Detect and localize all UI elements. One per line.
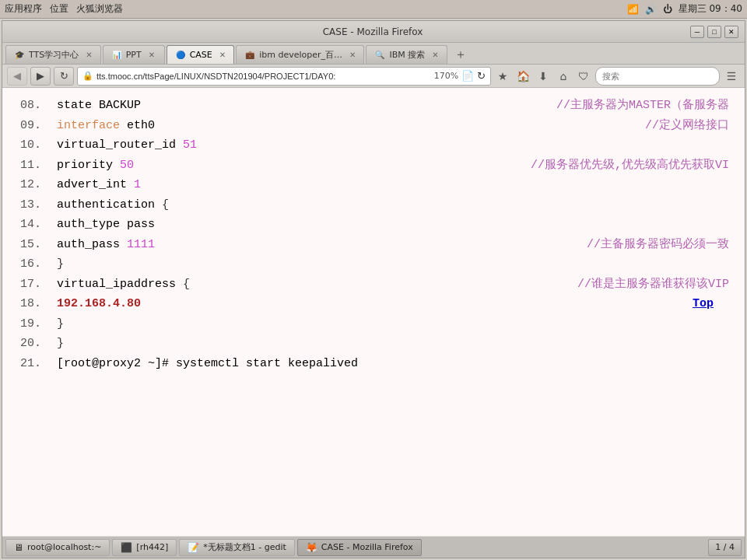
bookmark-icon: 📄 [461, 70, 474, 82]
code-19-text: } [57, 314, 729, 334]
code-line-15: 15. auth_pass 1111 //主备服务器密码必须一致 [18, 235, 729, 255]
os-menu-browser[interactable]: 火狐浏览器 [76, 2, 123, 16]
line-num-09: 09. [18, 116, 57, 136]
browser-window: CASE - Mozilla Firefox ─ □ ✕ 🎓 TTS学习中心 ✕… [2, 20, 745, 558]
tab-ppt-close[interactable]: ✕ [149, 51, 155, 59]
tab-ppt[interactable]: 📊 PPT ✕ [103, 45, 165, 64]
line-15-content: auth_pass 1111 //主备服务器密码必须一致 [57, 235, 729, 255]
gedit-icon: 📝 [188, 542, 199, 553]
tab-case-close[interactable]: ✕ [219, 51, 226, 59]
num-1111: 1111 [127, 238, 155, 251]
url-bar[interactable]: 🔒 170% 📄 ↻ [77, 67, 491, 86]
os-menu-apps[interactable]: 应用程序 [5, 2, 42, 16]
code-line-10: 10. virtual_router_id 51 [18, 135, 729, 156]
taskbar: 🖥 root@localhost:~ ⬛ [rh442] 📝 *无标题文档1 -… [2, 536, 745, 558]
tab-ibm-dev[interactable]: 💼 ibm developer_百… ✕ [236, 45, 364, 64]
line-19-content: } [57, 314, 729, 334]
tab-case[interactable]: 🔵 CASE ✕ [167, 45, 235, 64]
tab-ibm-dev-close[interactable]: ✕ [349, 51, 356, 59]
tab-tts-close[interactable]: ✕ [86, 51, 92, 59]
code-08-text: state BACKUP [57, 96, 525, 116]
line-num-14: 14. [18, 215, 57, 235]
content-area[interactable]: 08. state BACKUP //主服务器为MASTER（备服务器 09. … [2, 88, 745, 536]
taskbar-rh442[interactable]: ⬛ [rh442] [112, 539, 177, 556]
os-power-icon: ⏻ [663, 4, 672, 15]
tab-ibm-search-label: IBM 搜索 [389, 49, 425, 61]
browser-title: CASE - Mozilla Firefox [55, 26, 690, 37]
rh442-icon: ⬛ [121, 542, 132, 553]
code-10-text: virtual_router_id 51 [57, 135, 729, 156]
shield-icon[interactable]: 🛡 [575, 68, 592, 85]
taskbar-gedit[interactable]: 📝 *无标题文档1 - gedit [179, 539, 295, 556]
comment-17: //谁是主服务器谁获得该VIP [577, 275, 729, 295]
keyword-interface: interface [57, 119, 120, 132]
tab-ibm-dev-favicon: 💼 [244, 50, 255, 61]
back-button[interactable]: ◀ [7, 67, 27, 86]
tab-ppt-label: PPT [126, 50, 142, 60]
line-num-13: 13. [18, 195, 57, 215]
top-link[interactable]: Top [693, 297, 714, 310]
menu-icon[interactable]: ☰ [723, 68, 740, 85]
minimize-button[interactable]: ─ [690, 26, 704, 38]
line-num-21: 21. [18, 354, 57, 374]
home-icon[interactable]: ⌂ [555, 68, 572, 85]
tab-ibm-dev-label: ibm developer_百… [259, 49, 342, 61]
search-input[interactable] [602, 72, 713, 81]
os-topbar-right: 📶 🔊 ⏻ 星期三 09：40 [627, 2, 742, 16]
code-line-19: 19. } [18, 314, 729, 334]
code-line-09: 09. interface eth0 //定义网络接口 [18, 116, 729, 136]
code-line-11: 11. priority 50 //服务器优先级,优先级高优先获取VI [18, 156, 729, 176]
code-line-18: 18. 192.168.4.80 Top [18, 294, 729, 314]
tab-tts-label: TTS学习中心 [29, 49, 79, 61]
bookmark-star-icon[interactable]: ★ [494, 68, 511, 85]
browser-titlebar-controls: ─ □ ✕ [690, 26, 738, 38]
num-51: 51 [183, 138, 197, 152]
code-11-text: priority 50 [57, 156, 500, 176]
line-18-content: 192.168.4.80 Top [57, 294, 729, 314]
line-num-15: 15. [18, 235, 57, 255]
os-menu-places[interactable]: 位置 [50, 2, 68, 16]
maximize-button[interactable]: □ [707, 26, 721, 38]
line-num-20: 20. [18, 334, 57, 354]
reload-small-icon[interactable]: ↻ [477, 70, 486, 82]
tab-tts[interactable]: 🎓 TTS学习中心 ✕ [5, 45, 101, 64]
line-16-content: } [57, 254, 729, 275]
download-icon[interactable]: ⬇ [535, 68, 552, 85]
toolbar: ◀ ▶ ↻ 🔒 170% 📄 ↻ ★ 🏠 ⬇ ⌂ 🛡 ☰ [2, 65, 745, 88]
tab-ppt-favicon: 📊 [111, 50, 122, 61]
home-protect-icon[interactable]: 🏠 [514, 68, 531, 85]
search-bar[interactable] [595, 67, 720, 86]
reload-button[interactable]: ↻ [54, 67, 74, 86]
line-21-content: [root@proxy2 ~]# systemctl start keepali… [57, 354, 729, 374]
page-counter: 1 / 4 [708, 539, 742, 556]
forward-button[interactable]: ▶ [30, 67, 51, 86]
line-num-19: 19. [18, 314, 57, 334]
brace-open-17: { [183, 278, 190, 291]
line-20-content: } [57, 334, 729, 354]
line-num-17: 17. [18, 275, 57, 295]
new-tab-button[interactable]: ＋ [452, 47, 469, 62]
line-num-10: 10. [18, 135, 57, 156]
taskbar-rh442-label: [rh442] [136, 542, 168, 552]
code-line-08: 08. state BACKUP //主服务器为MASTER（备服务器 [18, 96, 729, 116]
comment-11: //服务器优先级,优先级高优先获取VI [531, 156, 729, 176]
taskbar-firefox[interactable]: 🦊 CASE - Mozilla Firefox [297, 539, 422, 556]
tab-ibm-search-close[interactable]: ✕ [432, 51, 438, 59]
line-09-content: interface eth0 //定义网络接口 [57, 116, 729, 136]
code-16-text: } [57, 254, 729, 275]
comment-08: //主服务器为MASTER（备服务器 [556, 96, 729, 116]
line-08-content: state BACKUP //主服务器为MASTER（备服务器 [57, 96, 729, 116]
url-input[interactable] [96, 72, 431, 81]
comment-15: //主备服务器密码必须一致 [587, 235, 729, 255]
tab-case-label: CASE [190, 50, 212, 60]
comment-09: //定义网络接口 [645, 116, 729, 136]
close-button[interactable]: ✕ [724, 26, 738, 38]
os-network-icon: 📶 [627, 4, 639, 15]
code-line-21: 21. [root@proxy2 ~]# systemctl start kee… [18, 354, 729, 374]
line-12-content: advert_int 1 [57, 175, 729, 195]
taskbar-gedit-label: *无标题文档1 - gedit [203, 541, 286, 553]
tab-bar: 🎓 TTS学习中心 ✕ 📊 PPT ✕ 🔵 CASE ✕ 💼 ibm devel… [2, 43, 745, 65]
taskbar-terminal[interactable]: 🖥 root@localhost:~ [5, 539, 110, 556]
code-line-13: 13. authentication { [18, 195, 729, 215]
tab-ibm-search[interactable]: 🔍 IBM 搜索 ✕ [366, 45, 447, 64]
